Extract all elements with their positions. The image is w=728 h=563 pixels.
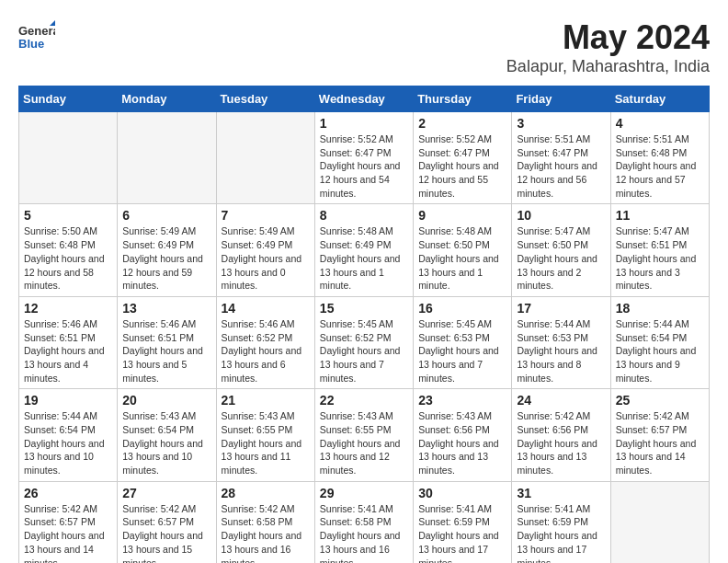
day-info: Sunrise: 5:43 AM Sunset: 6:55 PM Dayligh… — [222, 409, 310, 477]
day-number: 5 — [24, 208, 112, 223]
page-header: General Blue May 2024 Balapur, Maharasht… — [18, 18, 710, 76]
day-number: 19 — [24, 393, 112, 408]
day-number: 7 — [222, 208, 310, 223]
table-row: 8 Sunrise: 5:48 AM Sunset: 6:49 PM Dayli… — [314, 204, 413, 296]
day-number: 30 — [418, 486, 506, 500]
day-info: Sunrise: 5:42 AM Sunset: 6:56 PM Dayligh… — [517, 409, 605, 477]
col-friday: Friday — [512, 86, 610, 112]
day-info: Sunrise: 5:43 AM Sunset: 6:55 PM Dayligh… — [320, 409, 408, 477]
day-info: Sunrise: 5:52 AM Sunset: 6:47 PM Dayligh… — [418, 132, 506, 200]
col-tuesday: Tuesday — [216, 86, 314, 112]
table-row: 19 Sunrise: 5:44 AM Sunset: 6:54 PM Dayl… — [19, 389, 118, 481]
day-info: Sunrise: 5:43 AM Sunset: 6:56 PM Dayligh… — [418, 409, 506, 477]
day-number: 17 — [517, 301, 605, 316]
table-row: 1 Sunrise: 5:52 AM Sunset: 6:47 PM Dayli… — [314, 112, 413, 204]
day-number: 31 — [517, 486, 605, 500]
day-info: Sunrise: 5:51 AM Sunset: 6:48 PM Dayligh… — [616, 132, 704, 200]
table-row: 24 Sunrise: 5:42 AM Sunset: 6:56 PM Dayl… — [512, 389, 610, 481]
table-row: 9 Sunrise: 5:48 AM Sunset: 6:50 PM Dayli… — [414, 204, 512, 296]
day-number: 27 — [122, 486, 210, 500]
day-number: 20 — [122, 393, 210, 408]
day-number: 29 — [320, 486, 408, 500]
table-row: 30 Sunrise: 5:41 AM Sunset: 6:59 PM Dayl… — [414, 481, 512, 563]
day-number: 24 — [517, 393, 605, 408]
day-number: 8 — [320, 208, 408, 223]
calendar-title: May 2024 — [506, 18, 710, 57]
day-info: Sunrise: 5:44 AM Sunset: 6:54 PM Dayligh… — [616, 317, 704, 385]
day-info: Sunrise: 5:44 AM Sunset: 6:54 PM Dayligh… — [24, 409, 112, 477]
calendar-table: Sunday Monday Tuesday Wednesday Thursday… — [18, 86, 710, 563]
table-row: 5 Sunrise: 5:50 AM Sunset: 6:48 PM Dayli… — [19, 204, 118, 296]
day-info: Sunrise: 5:46 AM Sunset: 6:51 PM Dayligh… — [24, 317, 112, 385]
table-row: 7 Sunrise: 5:49 AM Sunset: 6:49 PM Dayli… — [216, 204, 314, 296]
table-row: 20 Sunrise: 5:43 AM Sunset: 6:54 PM Dayl… — [118, 389, 216, 481]
calendar-subtitle: Balapur, Maharashtra, India — [506, 57, 710, 76]
calendar-header-row: Sunday Monday Tuesday Wednesday Thursday… — [19, 86, 710, 112]
table-row: 31 Sunrise: 5:41 AM Sunset: 6:59 PM Dayl… — [512, 481, 610, 563]
table-row: 29 Sunrise: 5:41 AM Sunset: 6:58 PM Dayl… — [314, 481, 413, 563]
col-sunday: Sunday — [19, 86, 118, 112]
day-number: 4 — [616, 116, 704, 131]
col-thursday: Thursday — [414, 86, 512, 112]
day-info: Sunrise: 5:41 AM Sunset: 6:59 PM Dayligh… — [517, 502, 605, 563]
day-number: 23 — [418, 393, 506, 408]
day-number: 15 — [320, 301, 408, 316]
table-row: 11 Sunrise: 5:47 AM Sunset: 6:51 PM Dayl… — [610, 204, 709, 296]
day-info: Sunrise: 5:50 AM Sunset: 6:48 PM Dayligh… — [24, 224, 112, 292]
day-info: Sunrise: 5:46 AM Sunset: 6:52 PM Dayligh… — [222, 317, 310, 385]
day-info: Sunrise: 5:46 AM Sunset: 6:51 PM Dayligh… — [122, 317, 210, 385]
table-row: 28 Sunrise: 5:42 AM Sunset: 6:58 PM Dayl… — [216, 481, 314, 563]
day-number: 22 — [320, 393, 408, 408]
table-row: 13 Sunrise: 5:46 AM Sunset: 6:51 PM Dayl… — [118, 296, 216, 388]
table-row: 17 Sunrise: 5:44 AM Sunset: 6:53 PM Dayl… — [512, 296, 610, 388]
table-row: 12 Sunrise: 5:46 AM Sunset: 6:51 PM Dayl… — [19, 296, 118, 388]
day-info: Sunrise: 5:47 AM Sunset: 6:50 PM Dayligh… — [517, 224, 605, 292]
day-info: Sunrise: 5:49 AM Sunset: 6:49 PM Dayligh… — [222, 224, 310, 292]
day-info: Sunrise: 5:52 AM Sunset: 6:47 PM Dayligh… — [320, 132, 408, 200]
day-number: 10 — [517, 208, 605, 223]
day-number: 3 — [517, 116, 605, 131]
col-saturday: Saturday — [610, 86, 709, 112]
table-row — [19, 112, 118, 204]
calendar-week-row: 5 Sunrise: 5:50 AM Sunset: 6:48 PM Dayli… — [19, 204, 710, 296]
day-info: Sunrise: 5:42 AM Sunset: 6:57 PM Dayligh… — [616, 409, 704, 477]
table-row: 16 Sunrise: 5:45 AM Sunset: 6:53 PM Dayl… — [414, 296, 512, 388]
svg-marker-2 — [50, 20, 55, 26]
table-row — [118, 112, 216, 204]
day-info: Sunrise: 5:42 AM Sunset: 6:58 PM Dayligh… — [222, 502, 310, 563]
title-block: May 2024 Balapur, Maharashtra, India — [506, 18, 710, 76]
table-row: 25 Sunrise: 5:42 AM Sunset: 6:57 PM Dayl… — [610, 389, 709, 481]
table-row: 27 Sunrise: 5:42 AM Sunset: 6:57 PM Dayl… — [118, 481, 216, 563]
day-number: 14 — [222, 301, 310, 316]
day-number: 12 — [24, 301, 112, 316]
table-row: 22 Sunrise: 5:43 AM Sunset: 6:55 PM Dayl… — [314, 389, 413, 481]
day-info: Sunrise: 5:41 AM Sunset: 6:59 PM Dayligh… — [418, 502, 506, 563]
day-number: 26 — [24, 486, 112, 500]
day-info: Sunrise: 5:42 AM Sunset: 6:57 PM Dayligh… — [122, 502, 210, 563]
table-row: 6 Sunrise: 5:49 AM Sunset: 6:49 PM Dayli… — [118, 204, 216, 296]
logo: General Blue — [18, 18, 59, 55]
day-info: Sunrise: 5:45 AM Sunset: 6:53 PM Dayligh… — [418, 317, 506, 385]
day-number: 9 — [418, 208, 506, 223]
table-row: 2 Sunrise: 5:52 AM Sunset: 6:47 PM Dayli… — [414, 112, 512, 204]
day-info: Sunrise: 5:49 AM Sunset: 6:49 PM Dayligh… — [122, 224, 210, 292]
table-row: 15 Sunrise: 5:45 AM Sunset: 6:52 PM Dayl… — [314, 296, 413, 388]
day-info: Sunrise: 5:48 AM Sunset: 6:49 PM Dayligh… — [320, 224, 408, 292]
day-info: Sunrise: 5:48 AM Sunset: 6:50 PM Dayligh… — [418, 224, 506, 292]
col-monday: Monday — [118, 86, 216, 112]
logo-icon: General Blue — [18, 18, 55, 55]
table-row: 18 Sunrise: 5:44 AM Sunset: 6:54 PM Dayl… — [610, 296, 709, 388]
day-number: 21 — [222, 393, 310, 408]
day-number: 1 — [320, 116, 408, 131]
day-number: 28 — [222, 486, 310, 500]
calendar-week-row: 12 Sunrise: 5:46 AM Sunset: 6:51 PM Dayl… — [19, 296, 710, 388]
table-row — [610, 481, 709, 563]
table-row: 23 Sunrise: 5:43 AM Sunset: 6:56 PM Dayl… — [414, 389, 512, 481]
col-wednesday: Wednesday — [314, 86, 413, 112]
day-number: 11 — [616, 208, 704, 223]
table-row: 14 Sunrise: 5:46 AM Sunset: 6:52 PM Dayl… — [216, 296, 314, 388]
day-info: Sunrise: 5:47 AM Sunset: 6:51 PM Dayligh… — [616, 224, 704, 292]
day-number: 6 — [122, 208, 210, 223]
day-number: 2 — [418, 116, 506, 131]
table-row — [216, 112, 314, 204]
